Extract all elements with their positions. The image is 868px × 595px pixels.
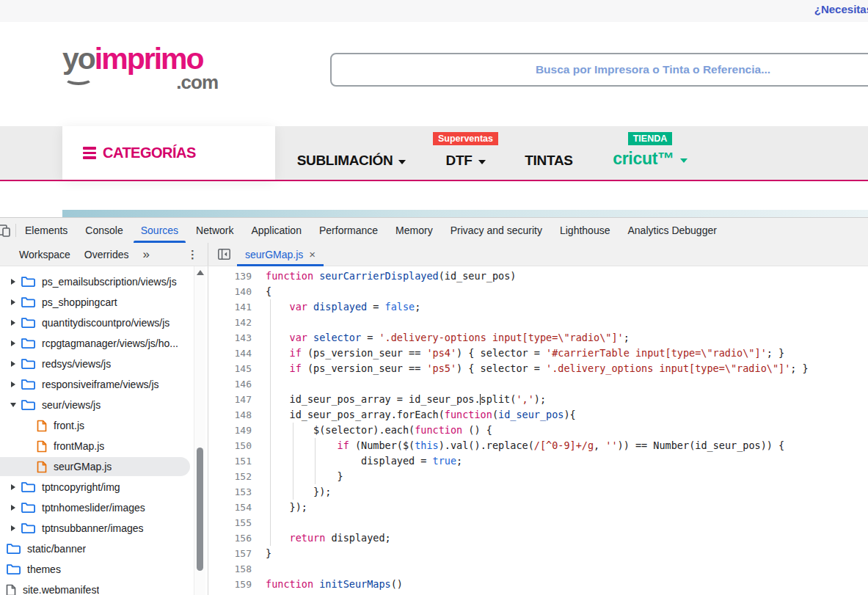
tree-item-redsys-views-js[interactable]: redsys/views/js [0,354,208,374]
line-number[interactable]: 143 [209,330,252,346]
nav-badge-tienda: TIENDA [628,132,673,145]
device-toolbar-icon[interactable] [0,218,15,243]
devtools-tab-lighthouse[interactable]: Lighthouse [551,218,619,243]
tree-item-label: ps_shoppingcart [42,296,117,308]
logo-smile-icon [64,70,93,85]
chevron-collapsed-icon[interactable] [6,525,21,531]
line-number[interactable]: 153 [209,484,252,500]
tree-item-label: ps_emailsubscription/views/js [42,276,177,288]
jsfile-icon [37,461,47,473]
devtools-second-bar: » ⋮ WorkspaceOverrides seurGMap.js × [0,243,868,266]
chevron-expanded-icon[interactable] [6,403,21,407]
devtools-tab-performance[interactable]: Performance [310,218,387,243]
file-tab-close-icon[interactable]: × [309,248,316,260]
devtools-tab-elements[interactable]: Elements [16,218,76,243]
site-logo[interactable]: yoimprimo .com [62,44,216,112]
line-number[interactable]: 147 [209,392,252,407]
line-number[interactable]: 151 [209,453,252,469]
tree-item-site-webmanifest[interactable]: site.webmanifest [0,580,208,595]
tree-item-static-banner[interactable]: static/banner [0,539,208,559]
panel-tab-overrides[interactable]: Overrides [84,249,129,260]
line-number[interactable]: 145 [209,361,252,376]
nav-item-sublimaci-n[interactable]: SUBLIMACIÓN [275,126,428,180]
categories-button[interactable]: CATEGORÍAS [62,126,275,180]
code-text: if (ps_version_seur == 'ps5') { selector… [252,361,809,376]
tree-item-themes[interactable]: themes [0,559,208,580]
line-number[interactable]: 140 [209,284,252,299]
code-text: { [252,592,271,595]
line-number[interactable]: 160 [209,592,252,595]
line-number[interactable]: 142 [209,315,252,330]
panel-tab-workspace[interactable]: Workspace [19,249,70,260]
nav-item-tintas[interactable]: TINTAS [503,126,594,180]
chevron-collapsed-icon[interactable] [6,505,21,511]
devtools-tab-application[interactable]: Application [242,218,310,243]
tree-item-quantitydiscountpro-views-js[interactable]: quantitydiscountpro/views/js [0,313,208,333]
chevron-collapsed-icon[interactable] [6,484,21,490]
line-number[interactable]: 152 [209,469,252,484]
line-number[interactable]: 148 [209,407,252,423]
more-tabs-chevron[interactable]: » [142,247,149,262]
code-text [252,315,266,330]
tree-item-ps-shoppingcart[interactable]: ps_shoppingcart [0,292,208,313]
hide-navigator-icon[interactable] [218,249,230,260]
scrollbar-up-icon[interactable] [197,270,204,275]
code-editor[interactable]: 139function seurCarrierDisplayed(id_seur… [209,266,868,595]
search-input[interactable] [330,53,868,87]
tree-item-front-js[interactable]: front.js [0,415,208,436]
line-number[interactable]: 157 [209,546,252,561]
chevron-collapsed-icon[interactable] [6,361,21,367]
devtools-panel: ElementsConsoleSourcesNetworkApplication… [0,217,868,595]
tree-item-tptnsubbanner-images[interactable]: tptnsubbanner/images [0,518,208,539]
tree-item-tptncopyright-img[interactable]: tptncopyright/img [0,477,208,497]
devtools-tab-privacy-and-security[interactable]: Privacy and security [442,218,551,243]
line-number[interactable]: 141 [209,299,252,315]
code-line: 153 }); [209,484,868,500]
tree-item-label: frontMap.js [54,440,104,452]
devtools-tab-sources[interactable]: Sources [132,218,187,243]
code-line: 146 [209,376,868,392]
line-number[interactable]: 146 [209,376,252,392]
line-number[interactable]: 156 [209,530,252,546]
chevron-down-icon [680,158,688,163]
line-number[interactable]: 144 [209,346,252,361]
chevron-collapsed-icon[interactable] [6,279,21,285]
devtools-tab-memory[interactable]: Memory [387,218,442,243]
tree-scrollbar[interactable] [194,266,205,595]
tree-item-seur-views-js[interactable]: seur/views/js [0,395,208,415]
nav-item-cricut[interactable]: TIENDAcricut™ [594,126,706,180]
folder-icon [6,543,21,555]
line-number[interactable]: 158 [209,561,252,577]
file-tab-seurgmap[interactable]: seurGMap.js × [237,243,324,266]
help-link[interactable]: ¿Necesitas [814,3,868,15]
tree-item-frontmap-js[interactable]: frontMap.js [0,436,208,456]
folder-icon [21,296,35,308]
code-text: $(selector).each(function () { [252,423,492,438]
tree-item-tptnhomeslider-images[interactable]: tptnhomeslider/images [0,497,208,518]
nav-label: cricut™ [613,149,688,169]
tree-item-rcpgtagmanager-views-js-ho[interactable]: rcpgtagmanager/views/js/ho... [0,333,208,354]
overflow-menu-icon[interactable]: ⋮ [187,248,198,261]
line-number[interactable]: 154 [209,500,252,515]
line-number[interactable]: 159 [209,577,252,592]
line-number[interactable]: 139 [209,269,252,284]
code-text: } [252,546,271,561]
line-number[interactable]: 155 [209,515,252,530]
tree-item-responsiveiframe-views-js[interactable]: responsiveiframe/views/js [0,374,208,395]
site-header: yoimprimo .com [0,22,868,126]
devtools-tab-analytics-debugger[interactable]: Analytics Debugger [619,218,725,243]
editor-tabstrip: seurGMap.js × [208,243,868,266]
devtools-tab-network[interactable]: Network [187,218,242,243]
devtools-tab-console[interactable]: Console [76,218,131,243]
tree-item-ps-emailsubscription-views-js[interactable]: ps_emailsubscription/views/js [0,271,208,292]
chevron-collapsed-icon[interactable] [6,340,21,346]
file-tree: ps_emailsubscription/views/jsps_shopping… [0,266,208,595]
chevron-collapsed-icon[interactable] [6,382,21,387]
line-number[interactable]: 149 [209,423,252,438]
scrollbar-thumb[interactable] [197,448,203,571]
nav-item-dtf[interactable]: SuperventasDTF [428,126,503,180]
chevron-collapsed-icon[interactable] [6,320,21,326]
line-number[interactable]: 150 [209,438,252,453]
tree-item-seurgmap-js[interactable]: seurGMap.js [0,456,208,477]
chevron-collapsed-icon[interactable] [6,299,21,305]
